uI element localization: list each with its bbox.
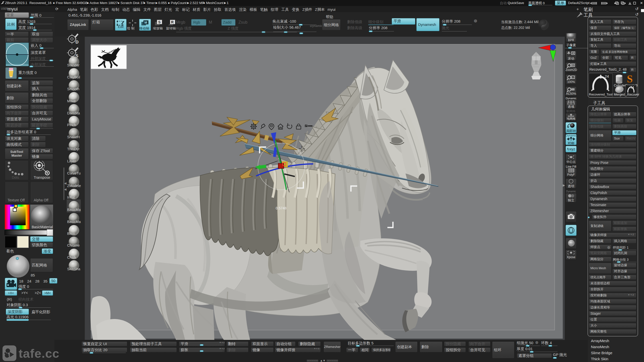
svg-text:T: T — [8, 353, 10, 357]
svg-text:M: M — [144, 21, 147, 24]
svg-text:R: R — [171, 20, 174, 24]
svg-text:S: S — [158, 20, 160, 24]
svg-text:0.5748: 0.5748 — [276, 206, 287, 210]
svg-text:x1: x1 — [572, 76, 574, 79]
svg-text:S: S — [627, 73, 633, 84]
svg-text:D: D — [75, 40, 78, 44]
